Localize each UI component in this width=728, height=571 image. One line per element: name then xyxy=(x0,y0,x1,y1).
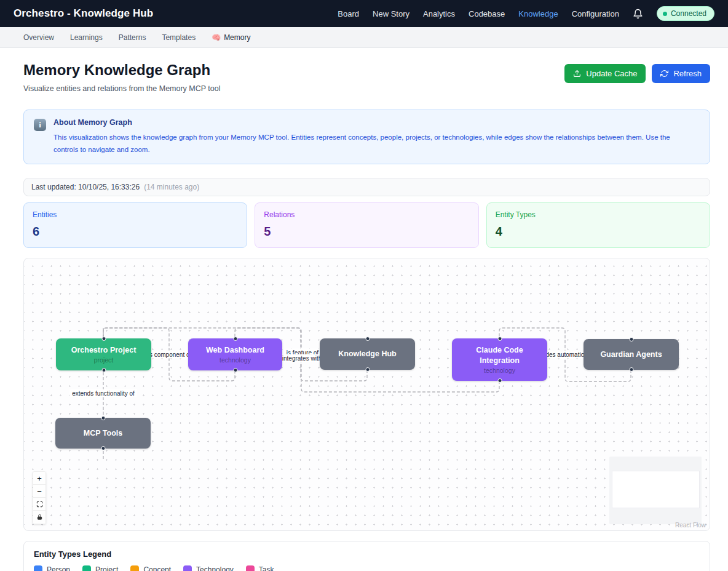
legend-item-task: Task xyxy=(246,565,274,571)
nav-knowledge[interactable]: Knowledge xyxy=(518,9,558,18)
page-actions: Update Cache Refresh xyxy=(564,64,710,83)
person-swatch xyxy=(34,565,42,571)
zoom-out-button[interactable]: − xyxy=(33,485,46,498)
page-title: Memory Knowledge Graph xyxy=(23,62,221,79)
node-title: Claude Code Integration xyxy=(458,345,541,366)
nav-board[interactable]: Board xyxy=(338,9,359,18)
graph-node-web-dashboard[interactable]: Web Dashboard technology xyxy=(188,338,282,370)
graph-node-mcp-tools[interactable]: MCP Tools xyxy=(55,418,151,449)
connection-status-badge: Connected xyxy=(657,6,714,21)
graph-node-guardian-agents[interactable]: Guardian Agents xyxy=(584,339,679,370)
legend-title: Entity Types Legend xyxy=(34,549,700,559)
graph-minimap[interactable] xyxy=(609,457,702,524)
stats-row: Entities 6 Relations 5 Entity Types 4 xyxy=(23,202,710,248)
technology-swatch xyxy=(183,565,192,571)
node-type: technology xyxy=(484,367,515,374)
node-title: Knowledge Hub xyxy=(338,349,396,359)
fit-view-icon xyxy=(36,501,43,508)
stat-label: Relations xyxy=(264,210,469,219)
react-flow-attribution: React Flow xyxy=(675,522,706,529)
stat-value: 6 xyxy=(33,225,238,239)
nav-analytics[interactable]: Analytics xyxy=(423,9,455,18)
edge-label: extends functionality of xyxy=(69,389,137,397)
info-icon: i xyxy=(34,119,46,131)
node-title: MCP Tools xyxy=(84,428,122,439)
zoom-in-button[interactable]: + xyxy=(33,472,46,485)
legend-item-person: Person xyxy=(34,565,70,571)
fit-view-button[interactable] xyxy=(33,498,46,511)
stat-value: 4 xyxy=(496,225,701,239)
graph-node-orchestro-project[interactable]: Orchestro Project project xyxy=(56,338,151,370)
page-subtitle: Visualize entities and relations from th… xyxy=(23,84,221,93)
minimap-viewport[interactable] xyxy=(612,471,699,508)
update-cache-button[interactable]: Update Cache xyxy=(564,64,646,83)
stat-label: Entity Types xyxy=(496,210,701,219)
tab-memory-label: Memory xyxy=(224,33,250,42)
tab-patterns[interactable]: Patterns xyxy=(119,33,146,42)
edge-label: is component of xyxy=(146,351,194,359)
task-swatch xyxy=(246,565,255,571)
stat-label: Entities xyxy=(33,210,238,219)
top-navbar: Orchestro - Knowledge Hub Board New Stor… xyxy=(0,0,728,27)
node-title: Guardian Agents xyxy=(600,349,662,360)
nav-new-story[interactable]: New Story xyxy=(373,9,410,18)
entity-types-legend: Entity Types Legend Person Project Conce… xyxy=(23,541,710,571)
stat-card-entities: Entities 6 xyxy=(23,202,247,248)
graph-node-knowledge-hub[interactable]: Knowledge Hub xyxy=(320,338,415,370)
graph-controls: + − xyxy=(33,471,46,524)
nav-codebase[interactable]: Codebase xyxy=(469,9,505,18)
tab-learnings[interactable]: Learnings xyxy=(70,33,103,42)
tab-templates[interactable]: Templates xyxy=(162,33,196,42)
brain-icon: 🧠 xyxy=(212,33,221,42)
lock-icon xyxy=(36,514,43,521)
stat-card-relations: Relations 5 xyxy=(255,202,478,248)
edge-label: integrates with xyxy=(280,354,324,362)
node-type: project xyxy=(94,356,114,364)
upload-icon xyxy=(573,70,581,78)
last-updated-ago: (14 minutes ago) xyxy=(144,183,199,191)
legend-item-concept: Concept xyxy=(130,565,171,571)
secondary-nav: Overview Learnings Patterns Templates 🧠 … xyxy=(0,27,728,48)
navbar-links: Board New Story Analytics Codebase Knowl… xyxy=(338,6,714,21)
project-swatch xyxy=(82,565,91,571)
concept-swatch xyxy=(130,565,139,571)
legend-item-project: Project xyxy=(82,565,118,571)
tab-memory[interactable]: 🧠 Memory xyxy=(212,33,250,42)
bell-icon[interactable] xyxy=(633,9,643,19)
stat-value: 5 xyxy=(264,225,469,239)
info-body: This visualization shows the knowledge g… xyxy=(53,131,696,156)
graph-node-claude-code-integration[interactable]: Claude Code Integration technology xyxy=(452,338,547,381)
status-label: Connected xyxy=(671,9,706,18)
about-info-box: i About Memory Graph This visualization … xyxy=(23,110,710,164)
tab-overview[interactable]: Overview xyxy=(23,33,54,42)
lock-button[interactable] xyxy=(33,511,46,524)
nav-configuration[interactable]: Configuration xyxy=(572,9,619,18)
refresh-button[interactable]: Refresh xyxy=(652,64,710,83)
knowledge-graph-canvas[interactable]: is component of is feature of integrates… xyxy=(23,258,710,531)
node-type: technology xyxy=(220,356,251,364)
app-title: Orchestro - Knowledge Hub xyxy=(14,7,153,20)
node-title: Web Dashboard xyxy=(206,345,264,356)
last-updated-text: Last updated: 10/10/25, 16:33:26 xyxy=(31,183,140,191)
node-title: Orchestro Project xyxy=(71,345,136,356)
main-content: Memory Knowledge Graph Visualize entitie… xyxy=(23,62,710,571)
last-updated-bar: Last updated: 10/10/25, 16:33:26 (14 min… xyxy=(23,178,710,196)
stat-card-entity-types: Entity Types 4 xyxy=(486,202,710,248)
refresh-icon xyxy=(660,70,668,78)
legend-item-technology: Technology xyxy=(183,565,234,571)
info-title: About Memory Graph xyxy=(53,118,696,127)
status-dot-icon xyxy=(663,12,667,16)
